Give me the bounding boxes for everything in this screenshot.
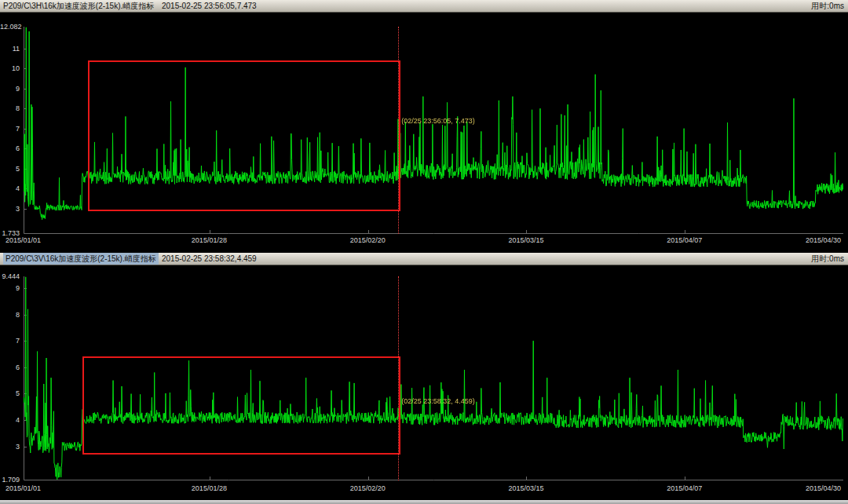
- x-tick-label: 2015/02/20: [350, 236, 386, 244]
- y-max-label: 9.444: [0, 272, 20, 280]
- x-tick-label: 2015/04/30: [806, 484, 841, 492]
- cursor-annotation: (02/25 23:56:05, 7.473): [401, 117, 475, 125]
- x-tick-label: 2015/01/01: [5, 236, 41, 244]
- x-tick-label: 2015/04/07: [667, 484, 702, 492]
- selection-box[interactable]: [82, 356, 401, 455]
- y-tick-label: 3: [0, 443, 20, 451]
- y-tick-label: 5: [0, 165, 20, 173]
- y-min-label: 1.709: [0, 476, 20, 484]
- bottom-scrollbar[interactable]: [0, 500, 848, 504]
- x-tick-label: 2015/04/30: [806, 236, 841, 244]
- x-tick-label: 2015/03/15: [508, 236, 543, 244]
- y-axis-labels: 9.44498765431.709: [0, 276, 20, 480]
- x-tick-label: 2015/01/28: [192, 484, 227, 492]
- cursor-annotation: (02/25 23:58:32, 4.459): [401, 397, 475, 405]
- selection-box[interactable]: [88, 60, 401, 211]
- y-tick-label: 3: [0, 205, 20, 213]
- channel-title[interactable]: P209/C\3V\16k加速度波形(2-15k).峭度指标: [3, 253, 159, 265]
- y-tick-label: 9: [0, 284, 20, 292]
- x-tick-label: 2015/03/15: [508, 484, 543, 492]
- x-axis-labels: 2015/01/012015/01/282015/02/202015/03/15…: [0, 236, 848, 246]
- y-tick-label: 7: [0, 125, 20, 133]
- chart-header[interactable]: P209/C\3V\16k加速度波形(2-15k).峭度指标 2015-02-2…: [0, 253, 848, 265]
- elapsed-time-label: 用时:0ms: [811, 253, 844, 265]
- cursor-line[interactable]: [398, 27, 399, 234]
- y-max-label: 12.082: [0, 23, 20, 31]
- x-tick-label: 2015/01/01: [5, 484, 41, 492]
- y-tick-label: 8: [0, 104, 20, 112]
- x-tick-label: 2015/04/07: [667, 236, 702, 244]
- y-tick-label: 6: [0, 363, 20, 371]
- y-tick-label: 10: [0, 64, 20, 72]
- y-axis-labels: 12.082111098765431.733: [0, 27, 20, 234]
- elapsed-time-label: 用时:0ms: [811, 0, 844, 12]
- channel-title[interactable]: P209/C\3H\16k加速度波形(2-15k).峭度指标: [3, 0, 154, 12]
- y-tick-label: 5: [0, 389, 20, 397]
- y-tick-label: 4: [0, 416, 20, 424]
- y-tick-label: 6: [0, 144, 20, 152]
- cursor-timestamp: 2015-02-25 23:56:05,7.473: [162, 0, 257, 12]
- vibration-monitor-screen: P209/C\3H\16k加速度波形(2-15k).峭度指标 2015-02-2…: [0, 0, 848, 504]
- cursor-timestamp: 2015-02-25 23:58:32,4.459: [162, 253, 257, 265]
- x-axis-labels: 2015/01/012015/01/282015/02/202015/03/15…: [0, 484, 848, 494]
- y-tick-label: 9: [0, 85, 20, 93]
- x-tick-label: 2015/02/20: [350, 484, 386, 492]
- y-tick-label: 11: [0, 45, 20, 53]
- chart-panel-v-channel: P209/C\3V\16k加速度波形(2-15k).峭度指标 2015-02-2…: [0, 253, 848, 504]
- y-tick-label: 4: [0, 184, 20, 192]
- y-tick-label: 7: [0, 337, 20, 345]
- y-tick-label: 8: [0, 311, 20, 319]
- cursor-line[interactable]: [398, 276, 399, 480]
- chart-header[interactable]: P209/C\3H\16k加速度波形(2-15k).峭度指标 2015-02-2…: [0, 0, 848, 13]
- x-tick-label: 2015/01/28: [192, 236, 227, 244]
- chart-panel-h-channel: P209/C\3H\16k加速度波形(2-15k).峭度指标 2015-02-2…: [0, 0, 848, 253]
